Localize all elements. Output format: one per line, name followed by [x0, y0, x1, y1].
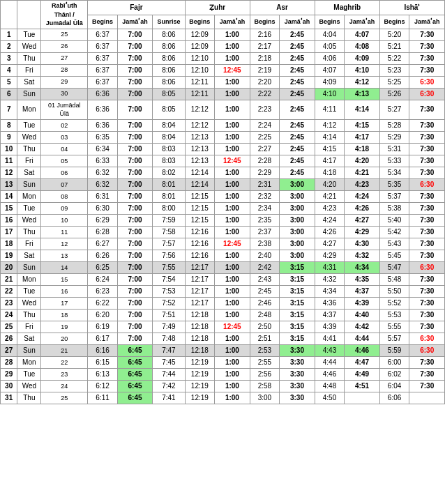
asr-begins: 2:55: [250, 356, 280, 368]
fajr-jamah: 7:00: [117, 202, 153, 214]
table-row: 18Fri126:277:007:5712:1612:452:383:004:2…: [1, 238, 445, 250]
asr-jamah: 3:15: [280, 261, 315, 273]
fajr-header: Fajr: [88, 1, 185, 15]
row-num: 11: [1, 155, 17, 167]
isha-begins: 6:00: [379, 356, 409, 368]
maghrib-begins: 4:41: [315, 333, 345, 344]
fajr-jamah: 7:00: [117, 297, 153, 309]
isha-jamah: 6:30: [409, 76, 445, 88]
maghrib-begins: 4:48: [315, 380, 345, 392]
isha-jamah: 7:30: [409, 309, 445, 321]
row-day: Tue: [17, 285, 41, 297]
asr-begins: 2:23: [250, 100, 280, 119]
asr-jamah: 3:15: [280, 273, 315, 285]
row-num: 10: [1, 143, 17, 155]
maghrib-begins: 4:36: [315, 297, 345, 309]
row-month: 25: [41, 392, 88, 404]
prayer-times-table: Rabīʿuth Thānī / Jumādal Ūlā Fajr Ẓuhr A…: [0, 0, 445, 404]
row-month: 01 Jumādal Ūlā: [41, 100, 88, 119]
sunrise: 8:00: [153, 202, 185, 214]
zuhr-jamah: 1:00: [215, 392, 250, 404]
fajr-begins: 6:27: [88, 238, 118, 250]
isha-begins: 5:57: [379, 333, 409, 344]
isha-begins: 5:20: [379, 29, 409, 40]
maghrib-begins: 4:04: [315, 29, 345, 40]
isha-jamah: 6:30: [409, 333, 445, 344]
isha-begins: 5:21: [379, 40, 409, 52]
fajr-begins: 6:32: [88, 167, 118, 178]
table-row: 30Wed246:126:457:4212:191:002:583:304:48…: [1, 380, 445, 392]
row-month: 25: [41, 29, 88, 40]
row-month: 07: [41, 178, 88, 190]
row-day: Sun: [17, 261, 41, 273]
sunrise: 7:57: [153, 238, 185, 250]
isha-jamah: 7:30: [409, 143, 445, 155]
zuhr-begins: 12:19: [185, 356, 215, 368]
isha-begins: 5:28: [379, 119, 409, 131]
maghrib-jamah: 4:09: [345, 52, 380, 64]
row-num: 31: [1, 392, 17, 404]
isha-begins: 5:33: [379, 155, 409, 167]
zuhr-begins: 12:15: [185, 190, 215, 202]
zuhr-begins: 12:09: [185, 40, 215, 52]
isha-begins: 5:48: [379, 273, 409, 285]
isha-begins: 5:31: [379, 143, 409, 155]
maghrib-jamah: 4:17: [345, 131, 380, 143]
isha-begins: 6:04: [379, 380, 409, 392]
fajr-begins: 6:30: [88, 202, 118, 214]
zuhr-jamah: 1:00: [215, 226, 250, 238]
row-day: Wed: [17, 131, 41, 143]
row-num: 25: [1, 321, 17, 333]
sunrise: 7:44: [153, 368, 185, 380]
isha-begins: 5:23: [379, 64, 409, 76]
maghrib-begins: 4:29: [315, 250, 345, 261]
row-month: 21: [41, 344, 88, 356]
table-row: 3Thu276:377:008:0612:101:002:182:454:064…: [1, 52, 445, 64]
zuhr-begins: 12:19: [185, 380, 215, 392]
maghrib-jamah: 4:42: [345, 321, 380, 333]
fajr-jamah: 7:00: [117, 250, 153, 261]
asr-begins: 2:27: [250, 143, 280, 155]
row-day: Thu: [17, 392, 41, 404]
row-num: 28: [1, 356, 17, 368]
isha-jamah: 7:30: [409, 100, 445, 119]
maghrib-begins: 4:10: [315, 88, 345, 100]
fajr-jamah: 7:00: [117, 52, 153, 64]
table-row: 29Tue236:136:457:4412:191:002:563:304:46…: [1, 368, 445, 380]
isha-begins: 5:53: [379, 309, 409, 321]
fajr-jamah: 6:45: [117, 380, 153, 392]
zuhr-begins: 12:17: [185, 261, 215, 273]
row-day: Mon: [17, 273, 41, 285]
isha-begins: 5:52: [379, 297, 409, 309]
maghrib-jamah: 4:34: [345, 261, 380, 273]
isha-begins: 5:47: [379, 261, 409, 273]
fajr-begins: 6:36: [88, 88, 118, 100]
sunrise: 8:06: [153, 40, 185, 52]
table-row: 7Mon01 Jumādal Ūlā6:367:008:0512:121:002…: [1, 100, 445, 119]
fajr-begins: 6:31: [88, 190, 118, 202]
asr-begins: 2:46: [250, 297, 280, 309]
row-month: 22: [41, 356, 88, 368]
zuhr-jamah: 1:00: [215, 250, 250, 261]
asr-begins: 2:42: [250, 261, 280, 273]
fajr-begins: 6:12: [88, 380, 118, 392]
table-row: 31Thu256:116:457:4112:191:003:003:304:50…: [1, 392, 445, 404]
asr-begins: 2:20: [250, 76, 280, 88]
row-num: 20: [1, 261, 17, 273]
zuhr-jamah: 1:00: [215, 88, 250, 100]
zuhr-begins: 12:14: [185, 178, 215, 190]
asr-jamah: 3:30: [280, 392, 315, 404]
asr-jamah: 2:45: [280, 143, 315, 155]
sunrise: 8:06: [153, 76, 185, 88]
fajr-jamah: 7:00: [117, 226, 153, 238]
row-day: Mon: [17, 356, 41, 368]
table-row: 1Tue256:377:008:0612:091:002:162:454:044…: [1, 29, 445, 40]
fajr-begins: 6:28: [88, 226, 118, 238]
sunrise: 7:41: [153, 392, 185, 404]
isha-jamah: 7:30: [409, 321, 445, 333]
sunrise: 8:03: [153, 143, 185, 155]
fajr-jamah: 7:00: [117, 190, 153, 202]
isha-jamah: 7:30: [409, 285, 445, 297]
zuhr-jamah: 1:00: [215, 368, 250, 380]
fajr-begins: 6:19: [88, 321, 118, 333]
